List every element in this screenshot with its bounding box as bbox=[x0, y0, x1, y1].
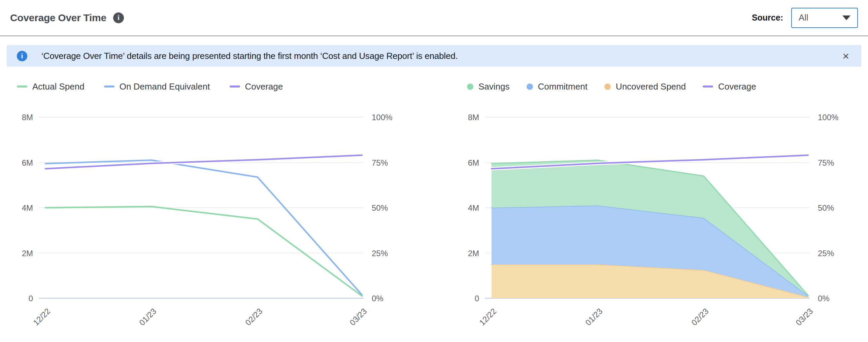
pct-axis-tick-label: 75% bbox=[372, 158, 388, 167]
pct-axis-tick-label: 0% bbox=[818, 294, 830, 303]
chevron-down-icon bbox=[842, 15, 850, 20]
x-axis-tick-label: 03/23 bbox=[348, 306, 369, 327]
pct-axis-tick-label: 100% bbox=[372, 113, 392, 122]
y-axis-tick-label: 6M bbox=[468, 158, 479, 167]
area-chart-canvas[interactable]: 02M4M6M8M0%25%50%75%100%12/2201/2302/230… bbox=[453, 94, 867, 339]
close-icon[interactable]: × bbox=[840, 50, 851, 62]
y-axis-tick-label: 2M bbox=[468, 249, 479, 258]
legend-swatch-savings bbox=[467, 84, 473, 90]
y-axis-tick-label: 8M bbox=[468, 113, 479, 122]
legend-item-savings: Savings bbox=[467, 82, 510, 92]
legend-swatch-coverage bbox=[703, 86, 713, 88]
legend-label: Coverage bbox=[245, 82, 283, 92]
line-chart-canvas[interactable]: 02M4M6M8M0%25%50%75%100%12/2201/2302/230… bbox=[7, 94, 421, 339]
x-axis-tick-label: 01/23 bbox=[137, 306, 158, 327]
source-select-value: All bbox=[799, 12, 808, 23]
y-axis-tick-label: 4M bbox=[22, 203, 33, 212]
legend-label: Savings bbox=[478, 82, 510, 92]
legend-swatch-coverage bbox=[229, 86, 240, 88]
info-banner: i ‘Coverage Over Time’ details are being… bbox=[7, 45, 861, 67]
info-icon: i bbox=[17, 51, 27, 61]
legend-item-coverage: Coverage bbox=[703, 82, 756, 92]
page-title: Coverage Over Time bbox=[10, 12, 106, 24]
y-axis-tick-label: 6M bbox=[22, 158, 33, 167]
y-axis-tick-label: 8M bbox=[22, 113, 33, 122]
line-chart-legend: Actual SpendOn Demand EquivalentCoverage bbox=[7, 80, 421, 94]
legend-item-coverage: Coverage bbox=[229, 82, 283, 92]
y-axis-tick-label: 4M bbox=[468, 203, 479, 212]
pct-axis-tick-label: 0% bbox=[372, 294, 383, 303]
x-axis-tick-label: 12/22 bbox=[31, 306, 52, 327]
info-icon[interactable]: i bbox=[113, 12, 124, 23]
pct-axis-tick-label: 25% bbox=[818, 249, 834, 258]
legend-label: Commitment bbox=[538, 82, 588, 92]
legend-swatch-uncovered-spend bbox=[604, 84, 611, 90]
legend-item-on-demand-equivalent: On Demand Equivalent bbox=[104, 82, 210, 92]
x-axis-tick-label: 03/23 bbox=[794, 306, 815, 327]
y-axis-tick-label: 0 bbox=[29, 294, 33, 303]
area-chart-legend: SavingsCommitmentUncovered SpendCoverage bbox=[453, 80, 867, 94]
legend-label: Actual Spend bbox=[32, 82, 85, 92]
y-axis-tick-label: 0 bbox=[475, 294, 479, 303]
x-axis-tick-label: 12/22 bbox=[477, 306, 498, 327]
source-select[interactable]: All bbox=[791, 8, 858, 28]
x-axis-tick-label: 01/23 bbox=[584, 306, 604, 327]
pct-axis-tick-label: 50% bbox=[372, 203, 388, 212]
legend-swatch-on-demand-equivalent bbox=[104, 86, 115, 88]
pct-axis-tick-label: 50% bbox=[818, 203, 834, 212]
coverage-line-chart: Actual SpendOn Demand EquivalentCoverage… bbox=[7, 80, 421, 339]
legend-swatch-actual-spend bbox=[17, 86, 27, 88]
x-axis-tick-label: 02/23 bbox=[243, 306, 264, 327]
line-on-demand-equivalent bbox=[45, 160, 362, 295]
pct-axis-tick-label: 75% bbox=[818, 158, 834, 167]
coverage-area-chart: SavingsCommitmentUncovered SpendCoverage… bbox=[453, 80, 867, 339]
legend-item-actual-spend: Actual Spend bbox=[17, 82, 85, 92]
x-axis-tick-label: 02/23 bbox=[689, 306, 710, 327]
legend-label: On Demand Equivalent bbox=[120, 82, 210, 92]
pct-axis-tick-label: 100% bbox=[818, 113, 838, 122]
legend-item-uncovered-spend: Uncovered Spend bbox=[604, 82, 686, 92]
source-label: Source: bbox=[752, 13, 783, 23]
pct-axis-tick-label: 25% bbox=[372, 249, 388, 258]
legend-swatch-commitment bbox=[527, 84, 533, 90]
legend-label: Uncovered Spend bbox=[616, 82, 686, 92]
legend-item-commitment: Commitment bbox=[527, 82, 588, 92]
legend-label: Coverage bbox=[718, 82, 756, 92]
charts-row: Actual SpendOn Demand EquivalentCoverage… bbox=[0, 80, 868, 339]
y-axis-tick-label: 2M bbox=[22, 249, 33, 258]
panel-header: Coverage Over Time i Source: All bbox=[0, 0, 868, 36]
banner-message: ‘Coverage Over Time’ details are being p… bbox=[41, 51, 458, 61]
line-actual-spend bbox=[45, 207, 362, 296]
